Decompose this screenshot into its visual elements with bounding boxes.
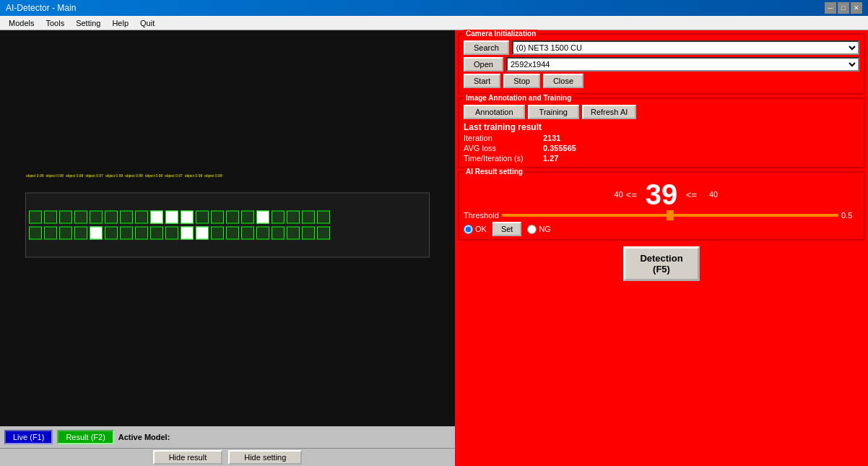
- threshold-row: Threshold 0.5: [464, 211, 859, 220]
- pcb-component: [272, 227, 285, 240]
- pcb-component: [196, 211, 209, 224]
- pcb-component: [181, 227, 194, 240]
- pcb-rows: [29, 211, 330, 240]
- ng-label: NG: [539, 225, 551, 233]
- ok-radio[interactable]: [464, 225, 473, 234]
- last-training-title: Last training result: [464, 122, 859, 132]
- maximize-button[interactable]: □: [838, 2, 849, 14]
- pcb-component: [90, 227, 103, 240]
- avgloss-key: AVG loss: [464, 144, 543, 152]
- pcb-component: [211, 227, 224, 240]
- start-button[interactable]: Start: [464, 74, 500, 88]
- stop-button[interactable]: Stop: [503, 74, 540, 88]
- lte-icon-left: <=: [626, 189, 637, 200]
- search-button[interactable]: Search: [464, 40, 509, 55]
- main-content: object 0.99object 0.98object 0.99object …: [0, 30, 868, 466]
- resolution-select[interactable]: 2592x1944: [506, 57, 859, 72]
- menu-setting[interactable]: Setting: [70, 17, 106, 29]
- ai-result-title: AI Result setting: [464, 168, 525, 176]
- camera-init-section: Camera Initialization Search (0) NET3 15…: [458, 33, 865, 95]
- set-button[interactable]: Set: [492, 222, 522, 236]
- result-button[interactable]: Result (F2): [57, 430, 113, 444]
- open-button[interactable]: Open: [464, 57, 503, 72]
- camera-panel: object 0.99object 0.98object 0.99object …: [0, 30, 455, 466]
- ai-result-section: AI Result setting 40 <= 39 <= 40 Thresho…: [458, 171, 865, 241]
- pcb-component: [287, 211, 300, 224]
- avgloss-value: 0.355565: [543, 144, 576, 152]
- pcb-component: [226, 211, 239, 224]
- annotation-title: Image Annotation and Training: [464, 94, 573, 102]
- iteration-value: 2131: [543, 134, 560, 142]
- camera-select[interactable]: (0) NET3 1500 CU: [512, 40, 859, 55]
- menu-tools[interactable]: Tools: [40, 17, 70, 29]
- camera-controls-bar: Live (F1) Result (F2) Active Model:: [0, 426, 455, 448]
- pcb-component: [302, 227, 315, 240]
- pcb-strip: object 0.99object 0.98object 0.99object …: [25, 193, 430, 258]
- threshold-slider[interactable]: [502, 214, 838, 217]
- pcb-component: [120, 227, 133, 240]
- pcb-component: [150, 211, 163, 224]
- pcb-component: [135, 211, 148, 224]
- active-model-label: Active Model:: [118, 433, 170, 441]
- pcb-component: [150, 227, 163, 240]
- detection-button[interactable]: Detection (F5): [623, 246, 699, 281]
- pcb-components: object 0.99object 0.98object 0.99object …: [29, 211, 330, 240]
- pcb-component: [90, 211, 103, 224]
- pcb-component: [196, 227, 209, 240]
- avgloss-row: AVG loss 0.355565: [464, 144, 859, 152]
- ng-radio[interactable]: [527, 225, 537, 234]
- pcb-component: [165, 227, 178, 240]
- annotation-buttons-row: Annotation Training Refresh AI: [464, 105, 859, 119]
- pcb-component: [74, 211, 87, 224]
- pcb-component: [317, 211, 330, 224]
- menu-help[interactable]: Help: [106, 17, 134, 29]
- hide-setting-button[interactable]: Hide setting: [228, 450, 302, 465]
- annotation-button[interactable]: Annotation: [464, 105, 525, 119]
- pcb-component: [59, 211, 72, 224]
- pcb-component: [59, 227, 72, 240]
- camera-view: object 0.99object 0.98object 0.99object …: [0, 30, 455, 426]
- camera-init-title: Camera Initialization: [464, 30, 538, 38]
- annotation-section: Image Annotation and Training Annotation…: [458, 98, 865, 168]
- pcb-component: [256, 211, 269, 224]
- close-camera-button[interactable]: Close: [543, 74, 583, 88]
- iteration-key: Iteration: [464, 134, 543, 142]
- time-row: Time/Iteration (s) 1.27: [464, 154, 859, 163]
- detection-shortcut: (F5): [653, 264, 670, 275]
- ai-right-num: 40: [700, 190, 718, 199]
- ok-radio-item: OK: [464, 225, 487, 234]
- pcb-component: [105, 211, 118, 224]
- count-row: 40 <= 39 <= 40: [464, 180, 859, 209]
- menu-bar: Models Tools Setting Help Quit: [0, 16, 868, 30]
- live-button[interactable]: Live (F1): [4, 430, 53, 444]
- pcb-component: [120, 211, 133, 224]
- pcb-component: [165, 211, 178, 224]
- menu-quit[interactable]: Quit: [134, 17, 160, 29]
- pcb-component: [181, 211, 194, 224]
- hide-result-button[interactable]: Hide result: [153, 450, 223, 465]
- threshold-label: Threshold: [464, 211, 499, 220]
- lte-icon-right: <=: [686, 189, 697, 200]
- camera-bottom: Live (F1) Result (F2) Active Model: Hide…: [0, 426, 455, 466]
- pcb-component: [135, 227, 148, 240]
- right-panel: Camera Initialization Search (0) NET3 15…: [455, 30, 868, 466]
- ok-label: OK: [475, 225, 487, 233]
- window-title: AI-Detector - Main: [6, 3, 825, 13]
- hide-buttons-row: Hide result Hide setting: [0, 448, 455, 466]
- refresh-ai-button[interactable]: Refresh AI: [582, 105, 636, 119]
- title-bar: AI-Detector - Main ─ □ ✕: [0, 0, 868, 16]
- threshold-value: 0.5: [841, 211, 859, 220]
- ai-count-display: 39: [640, 180, 683, 209]
- pcb-component: [287, 227, 300, 240]
- minimize-button[interactable]: ─: [825, 2, 836, 14]
- close-button[interactable]: ✕: [851, 2, 862, 14]
- window-controls: ─ □ ✕: [825, 2, 862, 14]
- training-button[interactable]: Training: [528, 105, 579, 119]
- search-row: Search (0) NET3 1500 CU: [464, 40, 859, 55]
- time-value: 1.27: [543, 154, 558, 163]
- menu-models[interactable]: Models: [3, 17, 40, 29]
- ok-ng-row: OK Set NG: [464, 222, 859, 236]
- pcb-row-2: [29, 227, 330, 240]
- pcb-component: [74, 227, 87, 240]
- pcb-component: [256, 227, 269, 240]
